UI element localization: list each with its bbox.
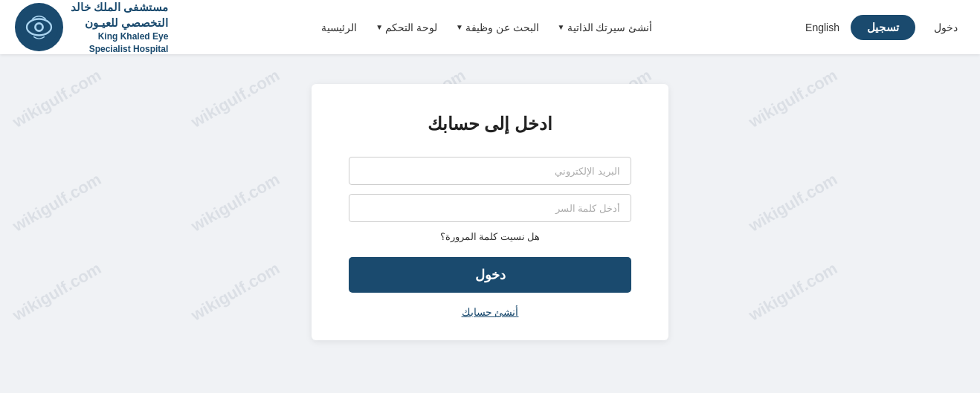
nav-home[interactable]: الرئيسية	[314, 18, 364, 37]
header-left-actions: English تسجيل دخول	[805, 15, 965, 40]
site-header: English تسجيل دخول أنشئ سيرتك الذاتية ▼ …	[0, 0, 980, 54]
search-job-chevron: ▼	[456, 23, 463, 31]
login-card: ادخل إلى حسابك هل نسيت كلمة المرورة؟ دخو…	[312, 84, 668, 340]
password-input[interactable]	[349, 194, 631, 222]
create-cv-label: أنشئ سيرتك الذاتية	[567, 22, 653, 33]
email-input[interactable]	[349, 157, 631, 185]
dashboard-chevron: ▼	[375, 23, 383, 31]
login-title: ادخل إلى حسابك	[349, 114, 631, 134]
password-field-group	[349, 194, 631, 222]
dashboard-label: لوحة التحكم	[385, 22, 437, 33]
register-button[interactable]: تسجيل	[851, 15, 915, 40]
logo-arabic-line2: التخصصي للعيـون	[71, 15, 168, 30]
svg-point-3	[36, 25, 42, 30]
logo-area: مستشفى الملك خالد التخصصي للعيـون King K…	[15, 0, 168, 55]
language-toggle[interactable]: English	[805, 22, 839, 33]
logo-english-line1: King Khaled Eye	[71, 30, 168, 43]
forgot-password-link[interactable]: هل نسيت كلمة المرورة؟	[349, 231, 631, 242]
nav-login[interactable]: دخول	[926, 18, 965, 37]
nav-search-job[interactable]: البحث عن وظيفة ▼	[448, 18, 547, 37]
nav-dashboard[interactable]: لوحة التحكم ▼	[368, 18, 445, 37]
main-nav: أنشئ سيرتك الذاتية ▼ البحث عن وظيفة ▼ لو…	[314, 18, 660, 37]
logo-english-line2: Specialist Hospital	[71, 43, 168, 56]
logo-text: مستشفى الملك خالد التخصصي للعيـون King K…	[71, 0, 168, 55]
logo-icon	[15, 3, 63, 51]
create-account-link[interactable]: أنشئ حسابك	[349, 306, 631, 318]
login-button[interactable]: دخول	[349, 257, 631, 293]
nav-create-cv[interactable]: أنشئ سيرتك الذاتية ▼	[550, 18, 660, 37]
search-job-label: البحث عن وظيفة	[465, 22, 539, 33]
create-cv-chevron: ▼	[558, 23, 565, 31]
logo-arabic-line1: مستشفى الملك خالد	[71, 0, 168, 15]
main-content: ادخل إلى حسابك هل نسيت كلمة المرورة؟ دخو…	[0, 54, 980, 393]
email-field-group	[349, 157, 631, 185]
